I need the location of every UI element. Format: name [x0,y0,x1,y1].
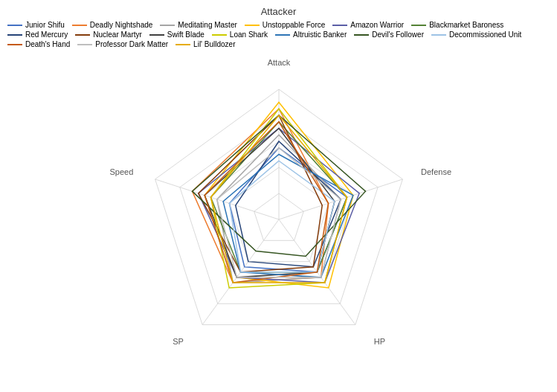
svg-text:Speed: Speed [110,167,134,176]
series-line [229,161,334,272]
svg-text:SP: SP [173,337,184,346]
chart-container: Attacker Junior ShifuDeadly NightshadeMe… [0,0,557,392]
radar-chart: AttackDefenseHPSPSpeed [0,0,557,392]
svg-text:Defense: Defense [421,167,451,176]
series-line [199,115,322,272]
svg-text:Attack: Attack [268,58,291,67]
svg-text:HP: HP [374,337,385,346]
